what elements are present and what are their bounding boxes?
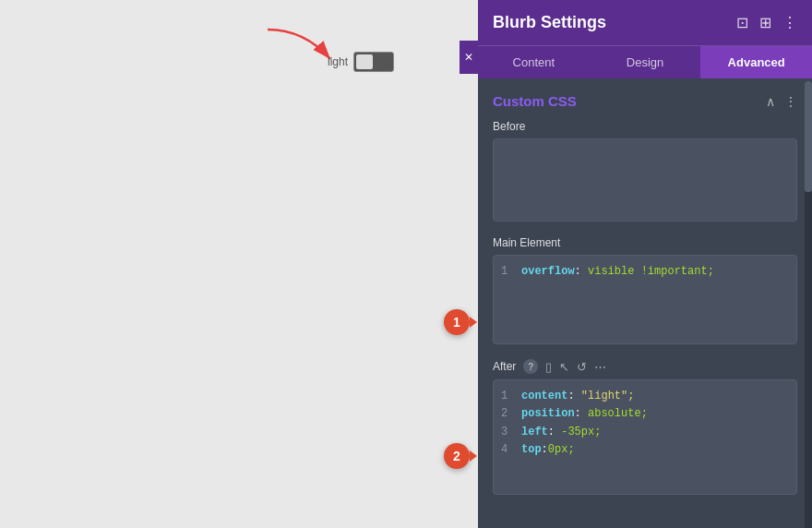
canvas-area: light [0,0,478,528]
line-num-1: 1 [501,263,512,281]
after-num-1: 1 [501,388,512,405]
main-element-label: Main Element [493,236,797,249]
code-value-overflow: visible !important; [588,265,714,278]
tab-content[interactable]: Content [478,46,590,78]
header-icons: ⊡ ⊞ ⋮ [736,14,797,31]
after-line-2: 2 position: absolute; [501,405,789,423]
columns-icon[interactable]: ⊞ [759,14,771,31]
section-chevron-up-icon[interactable]: ∧ [766,94,775,109]
after-num-4: 4 [501,441,512,459]
custom-css-section-header: Custom CSS ∧ ⋮ [493,93,797,109]
after-prop-position: position [521,407,575,420]
light-toggle-group: light [328,52,394,72]
copy-icon[interactable]: ▯ [545,360,552,374]
toggle-thumb [356,54,373,69]
cursor-icon[interactable]: ↖ [559,360,569,374]
help-icon[interactable]: ? [523,359,538,374]
panel-header: Blurb Settings ⊡ ⊞ ⋮ [478,0,812,45]
step-badge-2: 2 [444,443,470,469]
before-label: Before [493,120,797,133]
light-label: light [328,55,348,68]
section-header-icons: ∧ ⋮ [766,94,797,109]
after-line-3: 3 left: -35px; [501,424,789,441]
code-line-1: 1 overflow: visible !important; [501,263,789,281]
after-editor[interactable]: 1 content: "light"; 2 position: absolute… [493,379,797,495]
badge-arrow-2 [470,450,477,462]
panel-title: Blurb Settings [493,13,606,32]
tab-advanced[interactable]: Advanced [700,46,812,78]
expand-icon[interactable]: ⊡ [736,14,748,31]
badge-arrow-1 [470,317,477,328]
more-after-icon[interactable]: ⋯ [594,360,606,374]
code-prop-overflow: overflow [521,265,575,278]
main-element-editor[interactable]: 1 overflow: visible !important; [493,255,797,344]
more-options-icon[interactable]: ⋮ [782,14,797,31]
section-more-icon[interactable]: ⋮ [784,94,797,109]
section-title: Custom CSS [493,93,577,109]
settings-panel: Blurb Settings ⊡ ⊞ ⋮ Content Design Adva… [478,0,812,528]
panel-close-button[interactable]: ✕ [460,41,478,74]
scrollbar-thumb[interactable] [805,81,812,192]
after-num-3: 3 [501,424,512,441]
tabs-bar: Content Design Advanced [478,45,812,78]
after-value-left: -35px; [561,426,601,438]
after-prop-top: top [521,443,542,456]
before-editor[interactable] [493,138,797,222]
after-value-position: absolute; [588,407,648,420]
after-value-content: "light"; [581,390,635,402]
after-num-2: 2 [501,405,512,423]
after-prop-content: content [521,390,567,402]
after-prop-left: left [521,426,548,438]
after-header: After ? ▯ ↖ ↺ ⋯ [493,359,797,374]
after-line-4: 4 top:0px; [501,441,789,459]
after-line-1: 1 content: "light"; [501,388,789,405]
close-icon: ✕ [464,51,473,64]
light-toggle[interactable] [353,52,394,72]
after-value-top: 0px; [548,443,575,456]
after-label: After [493,360,516,373]
panel-body[interactable]: Custom CSS ∧ ⋮ Before Main Element 1 ove… [478,78,812,528]
step-badge-1: 1 [444,309,470,335]
undo-icon[interactable]: ↺ [577,360,587,374]
tab-design[interactable]: Design [590,46,701,78]
